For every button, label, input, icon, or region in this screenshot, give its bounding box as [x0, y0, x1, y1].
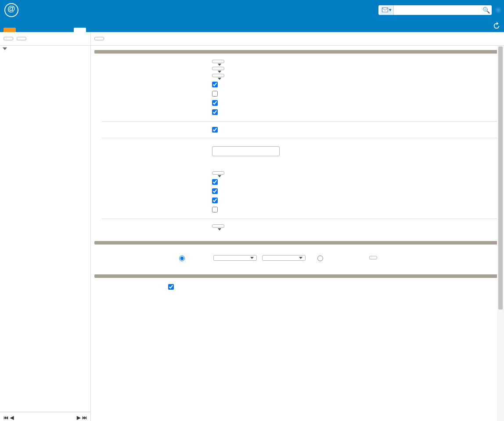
search-scope-dropdown[interactable]: ▾ — [380, 5, 394, 15]
label-fwd-invites — [94, 144, 212, 151]
mail-icon — [382, 7, 388, 12]
tab-calendar[interactable] — [32, 28, 44, 32]
cb-popup[interactable] — [212, 207, 218, 212]
fwd-email-input[interactable] — [212, 146, 280, 156]
tab-files[interactable] — [60, 28, 72, 32]
cal-next-year-icon[interactable]: ⏭ — [82, 415, 87, 421]
cb-overdue[interactable] — [212, 179, 218, 185]
scrollbar-thumb[interactable] — [498, 47, 503, 309]
logo-icon — [4, 3, 18, 17]
duration-select[interactable] — [212, 224, 224, 228]
brand-logo — [4, 3, 21, 17]
search-box[interactable]: ▾ 🔍 — [378, 5, 492, 15]
svg-rect-0 — [382, 8, 388, 12]
cb-quick-entry[interactable] — [168, 284, 174, 290]
work-start-select[interactable] — [213, 255, 257, 261]
user-menu[interactable]: ▾ — [497, 7, 500, 13]
cal-prev-year-icon[interactable]: ⏮ — [4, 415, 8, 421]
reminder-select[interactable] — [212, 171, 224, 175]
section-work-hours — [94, 241, 500, 245]
mini-calendar: ⏮ ◀ ▶ ⏭ — [0, 412, 90, 421]
work-end-select[interactable] — [262, 255, 306, 261]
section-create-appt — [94, 274, 500, 278]
cb-mini-cal[interactable] — [212, 82, 218, 87]
tab-preferences[interactable] — [74, 28, 86, 32]
tab-mail[interactable] — [4, 28, 16, 32]
search-input[interactable] — [394, 7, 482, 13]
cal-prev-month-icon[interactable]: ◀ — [10, 415, 14, 421]
cb-sound[interactable] — [212, 188, 218, 194]
undo-changes-button[interactable] — [94, 37, 104, 40]
week-start-select[interactable] — [212, 67, 224, 70]
visibility-select[interactable] — [212, 74, 224, 77]
cal-next-month-icon[interactable]: ▶ — [77, 415, 80, 421]
default-view-select[interactable] — [212, 60, 224, 63]
scrollbar[interactable] — [497, 46, 504, 421]
cb-declined[interactable] — [212, 109, 218, 115]
timezone-note — [178, 264, 474, 272]
cb-blink[interactable] — [212, 198, 218, 203]
collapse-icon — [3, 47, 7, 50]
save-button[interactable] — [4, 37, 13, 40]
section-general — [94, 50, 500, 54]
sidebar-header[interactable] — [0, 46, 90, 52]
app-header: ▾ 🔍 ▾ — [0, 0, 504, 20]
main-tabs — [0, 20, 504, 32]
adjust-button[interactable] — [369, 256, 377, 259]
cb-delete-invite[interactable] — [212, 127, 218, 133]
tab-tasks[interactable] — [46, 28, 58, 32]
sidebar: ⏮ ◀ ▶ ⏭ — [0, 46, 91, 421]
search-icon[interactable]: 🔍 — [482, 7, 490, 14]
tab-contacts[interactable] — [18, 28, 30, 32]
cancel-button[interactable] — [17, 37, 26, 40]
radio-custom[interactable] — [317, 255, 323, 261]
radio-normal[interactable] — [179, 255, 185, 261]
content-pane — [91, 46, 504, 421]
refresh-icon[interactable] — [493, 22, 500, 30]
cb-auto-add[interactable] — [212, 100, 218, 106]
cb-weeknum[interactable] — [212, 91, 218, 97]
